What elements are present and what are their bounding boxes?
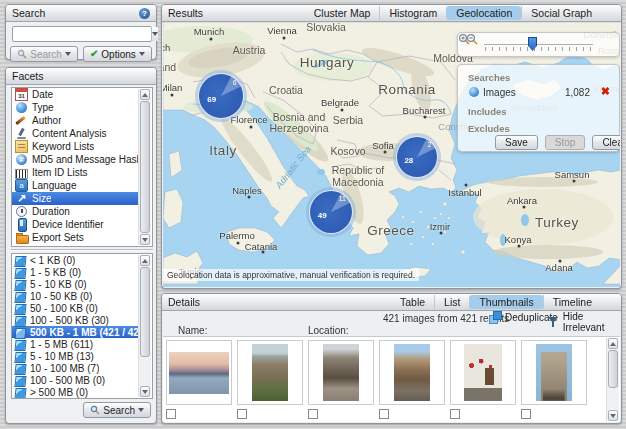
results-panel-header: Results Cluster MapHistogramGeolocationS… xyxy=(162,5,621,22)
help-icon[interactable]: ? xyxy=(139,8,150,19)
map-label-izmir: Izmir xyxy=(430,221,451,232)
scroll-up-button[interactable] xyxy=(608,338,618,349)
facet-item-date[interactable]: Date xyxy=(12,88,140,101)
facet-item-type-label: Type xyxy=(32,102,54,113)
map-label-samsun: Samsun xyxy=(555,169,590,180)
map-label-bosnia-and: Bosnia and xyxy=(273,111,326,123)
save-button[interactable]: Save xyxy=(495,135,538,150)
city-dot xyxy=(210,38,213,41)
map-cluster-69[interactable]: 696 xyxy=(198,73,244,119)
thumbnail-strip xyxy=(163,336,620,422)
facet-item-keyword-lists[interactable]: Keyword Lists xyxy=(12,140,140,153)
size-bucket-1-5-mb-611-label: 1 - 5 MB (611) xyxy=(30,339,93,350)
thumbnail-checkbox[interactable] xyxy=(166,409,176,419)
facet-list-scrollbar[interactable] xyxy=(138,89,151,245)
facet-item-size[interactable]: Size xyxy=(12,192,140,205)
facet-item-item-id-lists[interactable]: Item ID Lists xyxy=(12,166,140,179)
zoom-in-icon[interactable] xyxy=(458,33,471,46)
scroll-down-button[interactable] xyxy=(140,386,150,397)
search-combobox[interactable] xyxy=(12,26,152,42)
size-bucket-100-500-mb-0[interactable]: 100 - 500 MB (0) xyxy=(12,374,140,386)
scrollbar-thumb[interactable] xyxy=(140,101,150,233)
tab-histogram[interactable]: Histogram xyxy=(379,6,446,20)
remove-search-icon[interactable]: ✖ xyxy=(601,85,610,97)
map-cluster-49[interactable]: 4911 xyxy=(309,190,353,234)
map-cluster-28[interactable]: 282 xyxy=(396,136,438,178)
facet-item-language[interactable]: Language xyxy=(12,179,140,192)
stop-button[interactable]: Stop xyxy=(545,135,586,150)
size-bucket-1-5-mb-611[interactable]: 1 - 5 MB (611) xyxy=(12,338,140,350)
size-bucket-500-kb-1-mb-421-421[interactable]: 500 KB - 1 MB (421 / 421) xyxy=(12,326,140,338)
facet-search-button[interactable]: Search xyxy=(83,402,151,418)
thumbnail-checkbox[interactable] xyxy=(237,409,247,419)
tab-list[interactable]: List xyxy=(434,295,469,309)
facet-item-type[interactable]: Type xyxy=(12,101,140,114)
thumbnail-item[interactable] xyxy=(237,340,303,419)
combobox-dropdown-button[interactable] xyxy=(151,27,158,41)
search-button[interactable]: Search xyxy=(10,46,78,62)
geolocation-map[interactable]: SlovakiaMunichViennaAustriaHungaryMoldov… xyxy=(163,22,620,287)
city-dot xyxy=(262,251,265,254)
scroll-down-button[interactable] xyxy=(140,234,150,245)
thumbnail-checkbox[interactable] xyxy=(379,409,389,419)
map-label-zurich: Zurich xyxy=(163,42,170,53)
tab-cluster-map[interactable]: Cluster Map xyxy=(305,6,380,20)
thumbnail-item[interactable] xyxy=(308,340,374,419)
chevron-down-icon xyxy=(138,408,144,412)
clear-button[interactable]: Clear xyxy=(592,135,620,150)
size-bucket-10-100-mb-7[interactable]: 10 - 100 MB (7) xyxy=(12,362,140,374)
size-value-list: < 1 KB (0)1 - 5 KB (0)5 - 10 KB (0)10 - … xyxy=(11,253,153,399)
size-bucket-5-10-kb-0[interactable]: 5 - 10 KB (0) xyxy=(12,278,140,290)
size-bucket-5-10-mb-13[interactable]: 5 - 10 MB (13) xyxy=(12,350,140,362)
map-label-catania: Catania xyxy=(245,241,278,252)
thumbnail-card xyxy=(166,340,232,405)
scrollbar-thumb[interactable] xyxy=(140,267,150,357)
search-input[interactable] xyxy=(13,27,151,41)
thumbnail-card xyxy=(237,340,303,405)
options-button[interactable]: ✔ Options xyxy=(83,46,152,62)
scroll-down-button[interactable] xyxy=(608,410,618,421)
size-bucket-1-5-kb-0[interactable]: 1 - 5 KB (0) xyxy=(12,266,140,278)
thumbnail-item[interactable] xyxy=(379,340,445,419)
facet-item-duration[interactable]: Duration xyxy=(12,205,140,218)
facet-item-author-label: Author xyxy=(32,115,61,126)
size-bucket-500-mb-0[interactable]: > 500 MB (0) xyxy=(12,386,140,398)
thumbnail-card xyxy=(450,340,516,405)
size-bucket-10-50-kb-0[interactable]: 10 - 50 KB (0) xyxy=(12,290,140,302)
thumbnail-checkbox[interactable] xyxy=(450,409,460,419)
city-dot xyxy=(440,232,443,235)
tab-table[interactable]: Table xyxy=(391,295,434,309)
thumbnail-item[interactable] xyxy=(450,340,516,419)
zoom-slider-track[interactable] xyxy=(484,44,593,45)
cluster-count: 49 xyxy=(318,211,327,220)
tab-social-graph[interactable]: Social Graph xyxy=(521,6,601,20)
size-bucket-50-100-kb-0[interactable]: 50 - 100 KB (0) xyxy=(12,302,140,314)
facet-item-device-identifier[interactable]: Device Identifier xyxy=(12,218,140,231)
size-bucket-100-500-kb-30[interactable]: 100 - 500 KB (30) xyxy=(12,314,140,326)
facet-item-md5-and-message-hash[interactable]: MD5 and Message Hash xyxy=(12,153,140,166)
size-bucket-1-kb-0[interactable]: < 1 KB (0) xyxy=(12,254,140,266)
scrollbar-thumb[interactable] xyxy=(608,350,618,388)
hide-irrelevant-button[interactable]: Hide Irrelevant xyxy=(548,311,621,333)
size-list-scrollbar[interactable] xyxy=(138,255,151,397)
thumbnail-scrollbar[interactable] xyxy=(606,338,619,421)
thumbnail-item[interactable] xyxy=(521,340,587,419)
size-bucket-icon xyxy=(14,376,26,387)
tab-geolocation[interactable]: Geolocation xyxy=(446,6,521,20)
map-label-milan: Milan xyxy=(163,82,182,93)
scroll-up-button[interactable] xyxy=(140,255,150,266)
size-icon xyxy=(15,192,28,205)
thumbnail-checkbox[interactable] xyxy=(521,409,531,419)
thumbnail-checkbox[interactable] xyxy=(308,409,318,419)
scroll-up-button[interactable] xyxy=(140,89,150,100)
calendar-icon xyxy=(15,88,28,101)
thumbnail-item[interactable] xyxy=(166,340,232,419)
tab-thumbnails[interactable]: Thumbnails xyxy=(469,295,542,309)
triangle-down-icon xyxy=(610,414,616,418)
facet-item-author[interactable]: Author xyxy=(12,114,140,127)
facet-item-content-analysis[interactable]: Content Analysis xyxy=(12,127,140,140)
facet-item-export-sets[interactable]: Export Sets xyxy=(12,231,140,244)
language-icon xyxy=(15,179,28,192)
tab-timeline[interactable]: Timeline xyxy=(543,295,601,309)
location-label: Location: xyxy=(308,325,349,336)
